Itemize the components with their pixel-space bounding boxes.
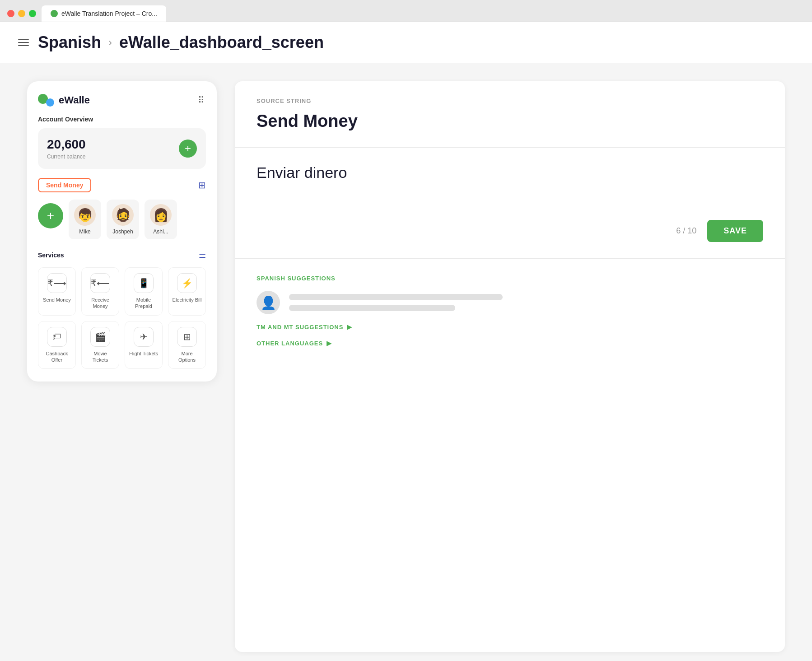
save-button[interactable]: SAVE — [707, 220, 763, 242]
source-section: SOURCE STRING Send Money — [235, 81, 785, 148]
services-grid: ₹⟶ Send Money ₹⟵ Receive Money 📱 Mobile … — [38, 267, 206, 369]
mobile-prepaid-icon: 📱 — [134, 273, 154, 293]
suggestions-section: SPANISH SUGGESTIONS 👤 TM AND MT SUGGESTI… — [235, 259, 785, 372]
translation-panel: SOURCE STRING Send Money Enviar dinero 6… — [235, 81, 785, 652]
balance-amount: 20,600 — [47, 137, 86, 152]
more-options-icon: ⊞ — [177, 327, 197, 347]
browser-dots — [7, 10, 36, 17]
service-name-mobile-prepaid: Mobile Prepaid — [129, 297, 159, 310]
service-name-more-options: More Options — [172, 350, 202, 363]
service-item-cashback[interactable]: 🏷 Cashback Offer — [38, 321, 76, 369]
movie-tickets-icon: 🎬 — [90, 327, 110, 347]
add-contact-button[interactable]: + — [38, 203, 63, 228]
translation-input[interactable]: Enviar dinero — [257, 164, 763, 209]
filter-icon[interactable]: ⚌ — [199, 250, 206, 260]
contact-item-joshpeh[interactable]: 🧔 Joshpeh — [107, 200, 139, 239]
contact-avatar-mike: 👦 — [74, 204, 96, 226]
contact-name-ashl: Ashl... — [153, 228, 168, 235]
breadcrumb-arrow: › — [108, 36, 112, 49]
translation-section: Enviar dinero 6 / 10 SAVE — [235, 148, 785, 259]
ewallet-logo — [38, 94, 54, 107]
phone-mockup: eWalle ⠿ Account Overview 20,600 Current… — [27, 81, 217, 382]
contact-avatar-ashl: 👩 — [150, 204, 172, 226]
tm-mt-arrow-icon: ▶ — [347, 323, 352, 330]
hamburger-line — [18, 45, 29, 46]
dot-yellow[interactable] — [18, 10, 25, 17]
contact-name-joshpeh: Joshpeh — [112, 228, 133, 235]
scan-icon[interactable]: ⊞ — [198, 180, 206, 191]
service-item-electricity-bill[interactable]: ⚡ Electricity Bill — [168, 267, 206, 316]
contact-item-mike[interactable]: 👦 Mike — [69, 200, 101, 239]
other-languages-arrow-icon: ▶ — [327, 340, 332, 347]
send-money-icon: ₹⟶ — [47, 273, 67, 293]
hamburger-line — [18, 42, 29, 43]
contact-item-ashl[interactable]: 👩 Ashl... — [145, 200, 177, 239]
services-header: Services ⚌ — [38, 250, 206, 260]
contact-avatar-joshpeh: 🧔 — [112, 204, 134, 226]
service-name-send-money: Send Money — [43, 297, 71, 303]
flight-tickets-icon: ✈ — [134, 327, 154, 347]
source-string-label: SOURCE STRING — [257, 98, 763, 104]
dot-red[interactable] — [7, 10, 14, 17]
service-item-movie-tickets[interactable]: 🎬 Movie Tickets — [81, 321, 119, 369]
source-text: Send Money — [257, 112, 763, 131]
other-languages-label: OTHER LANGUAGES — [257, 340, 323, 347]
dots-menu-icon[interactable]: ⠿ — [198, 95, 206, 106]
service-name-receive-money: Receive Money — [85, 297, 115, 310]
hamburger-icon[interactable] — [18, 39, 29, 46]
screen-name-label: eWalle_dashboard_screen — [119, 33, 324, 52]
tm-mt-label: TM AND MT SUGGESTIONS — [257, 324, 343, 330]
balance-info: 20,600 Current balance — [47, 137, 86, 160]
suggestion-line-long — [289, 294, 503, 300]
language-label[interactable]: Spanish — [38, 33, 101, 52]
ewallet-brand: eWalle — [38, 94, 90, 107]
contacts-row: + 👦 Mike 🧔 Joshpeh 👩 Ashl... — [38, 200, 206, 239]
app-name: eWalle — [59, 94, 90, 106]
breadcrumb: Spanish › eWalle_dashboard_screen — [38, 33, 324, 52]
browser-chrome: eWalle Translation Project – Cro... — [0, 0, 812, 22]
other-languages-link[interactable]: OTHER LANGUAGES ▶ — [257, 340, 763, 347]
spanish-suggestions-label: SPANISH SUGGESTIONS — [257, 275, 763, 282]
service-item-mobile-prepaid[interactable]: 📱 Mobile Prepaid — [125, 267, 163, 316]
electricity-bill-icon: ⚡ — [177, 273, 197, 293]
add-balance-button[interactable]: + — [179, 140, 197, 158]
service-name-cashback: Cashback Offer — [42, 350, 72, 363]
account-overview-label: Account Overview — [38, 116, 206, 123]
translation-footer: 6 / 10 SAVE — [257, 211, 763, 242]
balance-card: 20,600 Current balance + — [38, 128, 206, 169]
cashback-icon: 🏷 — [47, 327, 67, 347]
balance-label: Current balance — [47, 154, 86, 160]
suggestion-lines — [289, 294, 763, 311]
browser-tab[interactable]: eWalle Translation Project – Cro... — [42, 5, 166, 22]
tm-mt-suggestions-link[interactable]: TM AND MT SUGGESTIONS ▶ — [257, 323, 763, 330]
dot-green[interactable] — [29, 10, 36, 17]
logo-blue-circle — [46, 98, 54, 107]
tab-title: eWalle Translation Project – Cro... — [61, 10, 157, 17]
main-content: eWalle ⠿ Account Overview 20,600 Current… — [0, 63, 812, 661]
receive-money-icon: ₹⟵ — [90, 273, 110, 293]
service-name-flight-tickets: Flight Tickets — [129, 350, 158, 357]
char-count: 6 / 10 — [676, 226, 696, 236]
send-money-badge[interactable]: Send Money — [38, 178, 91, 192]
service-item-send-money[interactable]: ₹⟶ Send Money — [38, 267, 76, 316]
suggestion-item: 👤 — [257, 291, 763, 314]
hamburger-line — [18, 39, 29, 40]
top-nav: Spanish › eWalle_dashboard_screen — [0, 22, 812, 63]
suggestion-avatar: 👤 — [257, 291, 280, 314]
suggestion-line-short — [289, 305, 455, 311]
tab-favicon — [51, 10, 58, 17]
services-label: Services — [38, 251, 64, 259]
service-item-receive-money[interactable]: ₹⟵ Receive Money — [81, 267, 119, 316]
service-name-movie-tickets: Movie Tickets — [85, 350, 115, 363]
service-item-flight-tickets[interactable]: ✈ Flight Tickets — [125, 321, 163, 369]
contact-name-mike: Mike — [79, 228, 90, 235]
phone-header: eWalle ⠿ — [38, 94, 206, 107]
service-name-electricity-bill: Electricity Bill — [173, 297, 202, 303]
service-item-more-options[interactable]: ⊞ More Options — [168, 321, 206, 369]
phone-panel: eWalle ⠿ Account Overview 20,600 Current… — [27, 81, 217, 652]
send-money-section: Send Money ⊞ — [38, 178, 206, 192]
